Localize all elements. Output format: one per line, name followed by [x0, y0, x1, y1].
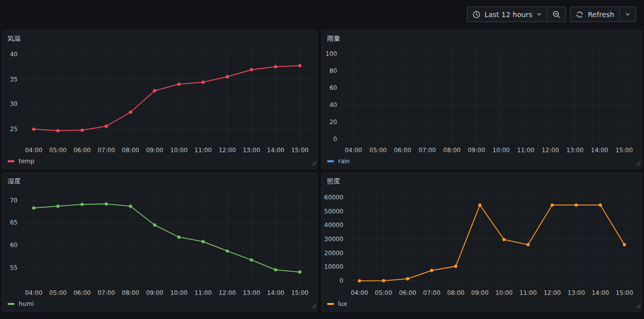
svg-text:13:00: 13:00 [243, 289, 260, 296]
legend-label: humi [19, 300, 34, 307]
svg-text:10000: 10000 [324, 263, 343, 270]
svg-text:60: 60 [10, 242, 18, 249]
time-series-chart: 02040608010004:0005:0006:0007:0008:0009:… [322, 45, 641, 155]
svg-text:09:00: 09:00 [146, 147, 164, 154]
legend-item-temp[interactable]: temp [8, 158, 34, 165]
panel-resize-handle[interactable] [311, 300, 316, 310]
legend-label: temp [19, 158, 34, 165]
svg-text:07:00: 07:00 [419, 147, 436, 154]
panel-resize-handle[interactable] [311, 158, 316, 167]
refresh-icon [576, 11, 584, 19]
svg-text:09:00: 09:00 [471, 289, 489, 296]
grafana-dashboard: { "toolbar": { "time_range": { "label": … [0, 0, 644, 319]
svg-text:12:00: 12:00 [541, 147, 559, 154]
svg-text:10:00: 10:00 [495, 289, 513, 296]
svg-text:20: 20 [330, 119, 337, 126]
panel-title[interactable]: 湿度 [3, 173, 317, 187]
svg-text:12:00: 12:00 [218, 147, 236, 154]
svg-text:100: 100 [326, 50, 337, 57]
chart-legend: rain [322, 155, 641, 167]
panel-title[interactable]: 気温 [3, 31, 317, 45]
magnifier-minus-icon [552, 11, 560, 19]
chart-legend: lux [322, 298, 641, 310]
svg-text:04:00: 04:00 [351, 289, 368, 296]
svg-text:13:00: 13:00 [568, 289, 585, 296]
svg-text:11:00: 11:00 [517, 147, 535, 154]
svg-text:05:00: 05:00 [369, 147, 387, 154]
time-range-label: Last 12 hours [485, 11, 532, 19]
panel-rain: 雨量 02040608010004:0005:0006:0007:0008:00… [321, 30, 642, 169]
svg-text:06:00: 06:00 [394, 147, 412, 154]
svg-text:11:00: 11:00 [194, 147, 212, 154]
panel-title[interactable]: 照度 [322, 173, 641, 187]
svg-text:0: 0 [340, 277, 344, 284]
panel-illuminance: 照度 010000200003000040000500006000004:000… [321, 173, 642, 311]
refresh-button[interactable]: Refresh [571, 7, 619, 22]
svg-text:11:00: 11:00 [194, 289, 212, 296]
svg-text:60: 60 [330, 84, 337, 91]
time-series-chart: 010000200003000040000500006000004:0005:0… [322, 187, 641, 298]
svg-text:20000: 20000 [324, 250, 343, 257]
panel-resize-handle[interactable] [635, 300, 640, 310]
svg-text:30: 30 [10, 100, 18, 108]
svg-text:55: 55 [10, 264, 18, 271]
svg-text:04:00: 04:00 [25, 289, 43, 296]
legend-label: rain [338, 158, 350, 165]
svg-text:70: 70 [10, 197, 18, 204]
legend-item-humi[interactable]: humi [8, 300, 34, 307]
svg-text:05:00: 05:00 [375, 289, 392, 296]
legend-swatch [8, 160, 15, 162]
svg-text:08:00: 08:00 [122, 147, 139, 154]
svg-text:65: 65 [10, 219, 18, 226]
legend-swatch [327, 160, 334, 162]
svg-text:09:00: 09:00 [146, 289, 164, 296]
chart-legend: humi [3, 298, 317, 310]
svg-text:05:00: 05:00 [49, 289, 67, 296]
zoom-out-button[interactable] [547, 7, 566, 22]
time-controls-group: Last 12 hours [467, 7, 566, 22]
refresh-group: Refresh [570, 7, 636, 22]
svg-text:09:00: 09:00 [468, 147, 486, 154]
svg-text:08:00: 08:00 [443, 147, 461, 154]
svg-text:15:00: 15:00 [291, 147, 309, 154]
svg-text:14:00: 14:00 [267, 289, 285, 296]
svg-text:08:00: 08:00 [447, 289, 465, 296]
svg-text:60000: 60000 [324, 194, 343, 201]
svg-text:04:00: 04:00 [25, 147, 43, 154]
svg-text:25: 25 [10, 126, 18, 133]
refresh-label: Refresh [588, 11, 614, 19]
panel-resize-handle[interactable] [635, 158, 640, 167]
chevron-down-icon [625, 12, 630, 17]
clock-icon [472, 11, 480, 19]
panel-temperature: 気温 2530354004:0005:0006:0007:0008:0009:0… [2, 30, 317, 169]
chart-legend: temp [3, 155, 317, 167]
svg-text:06:00: 06:00 [73, 147, 91, 154]
panel-title[interactable]: 雨量 [322, 31, 641, 45]
svg-text:13:00: 13:00 [243, 147, 260, 154]
svg-text:07:00: 07:00 [98, 289, 115, 296]
svg-text:50000: 50000 [324, 208, 343, 215]
svg-text:35: 35 [10, 76, 18, 83]
panel-humidity: 湿度 5560657004:0005:0006:0007:0008:0009:0… [2, 173, 317, 311]
svg-text:14:00: 14:00 [592, 289, 609, 296]
svg-text:30000: 30000 [324, 236, 343, 243]
svg-text:40: 40 [330, 101, 337, 109]
time-series-chart: 2530354004:0005:0006:0007:0008:0009:0010… [3, 45, 317, 155]
svg-text:14:00: 14:00 [591, 147, 608, 154]
svg-text:08:00: 08:00 [122, 289, 139, 296]
svg-text:15:00: 15:00 [291, 289, 309, 296]
svg-text:40000: 40000 [324, 222, 343, 229]
svg-text:04:00: 04:00 [345, 147, 362, 154]
time-series-chart: 5560657004:0005:0006:0007:0008:0009:0010… [3, 187, 317, 298]
legend-swatch [327, 303, 334, 305]
time-range-picker[interactable]: Last 12 hours [467, 7, 547, 22]
svg-text:06:00: 06:00 [73, 289, 91, 296]
legend-swatch [8, 303, 15, 305]
legend-item-lux[interactable]: lux [327, 300, 347, 307]
refresh-interval-dropdown[interactable] [619, 7, 635, 22]
svg-text:10:00: 10:00 [493, 147, 510, 154]
legend-label: lux [338, 300, 347, 307]
legend-item-rain[interactable]: rain [327, 158, 350, 165]
svg-text:11:00: 11:00 [519, 289, 537, 296]
svg-text:10:00: 10:00 [170, 147, 188, 154]
